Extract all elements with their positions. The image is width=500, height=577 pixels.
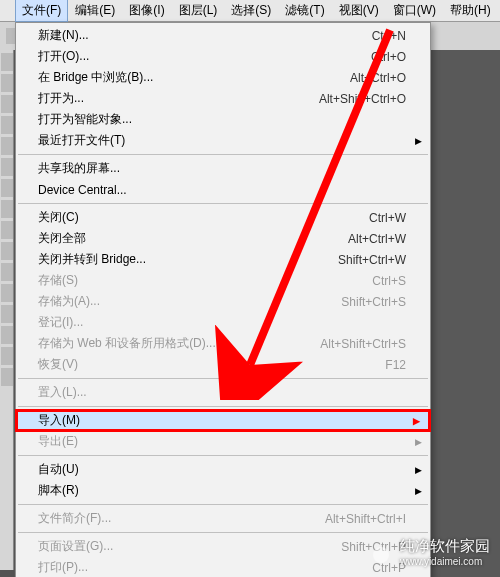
menu-item-shortcut: Ctrl+W xyxy=(369,211,406,225)
menu-item-label: 打印(P)... xyxy=(38,559,372,576)
menu-item[interactable]: 自动(U)▶ xyxy=(16,459,430,480)
menu-item-label: 打开为智能对象... xyxy=(38,111,406,128)
menu-item-label: 页面设置(G)... xyxy=(38,538,341,555)
tool-sidebar xyxy=(0,50,14,570)
submenu-arrow-icon: ▶ xyxy=(415,465,422,475)
menu-item[interactable]: 共享我的屏幕... xyxy=(16,158,430,179)
tool-slot[interactable] xyxy=(1,200,13,218)
menu-item: 恢复(V)F12 xyxy=(16,354,430,375)
menu-item-shortcut: F12 xyxy=(385,358,406,372)
menu-i[interactable]: 图像(I) xyxy=(122,0,171,22)
menu-item: 文件简介(F)...Alt+Shift+Ctrl+I xyxy=(16,508,430,529)
menu-l[interactable]: 图层(L) xyxy=(172,0,225,22)
tool-slot[interactable] xyxy=(1,263,13,281)
menu-t[interactable]: 滤镜(T) xyxy=(278,0,331,22)
menu-divider xyxy=(18,532,428,533)
menu-item[interactable]: 打开为...Alt+Shift+Ctrl+O xyxy=(16,88,430,109)
menu-item-shortcut: Alt+Ctrl+O xyxy=(350,71,406,85)
paw-icon xyxy=(366,537,396,567)
menu-item[interactable]: 导入(M)▶ xyxy=(16,410,430,431)
menu-item-label: 打开为... xyxy=(38,90,319,107)
menu-item-label: 在 Bridge 中浏览(B)... xyxy=(38,69,350,86)
menu-divider xyxy=(18,455,428,456)
menu-item: 存储为 Web 和设备所用格式(D)...Alt+Shift+Ctrl+S xyxy=(16,333,430,354)
tool-slot[interactable] xyxy=(1,158,13,176)
menu-item[interactable]: Device Central... xyxy=(16,179,430,200)
menu-item: 置入(L)... xyxy=(16,382,430,403)
submenu-arrow-icon: ▶ xyxy=(415,136,422,146)
menu-item-shortcut: Shift+Ctrl+S xyxy=(341,295,406,309)
menu-item: 登记(I)... xyxy=(16,312,430,333)
menu-item[interactable]: 关闭并转到 Bridge...Shift+Ctrl+W xyxy=(16,249,430,270)
watermark: 纯净软件家园 www.yidaimei.com xyxy=(366,537,490,567)
menu-item-shortcut: Alt+Shift+Ctrl+O xyxy=(319,92,406,106)
menu-item-shortcut: Alt+Shift+Ctrl+S xyxy=(320,337,406,351)
menu-item-label: 登记(I)... xyxy=(38,314,406,331)
watermark-url: www.yidaimei.com xyxy=(400,556,490,567)
tool-slot[interactable] xyxy=(1,95,13,113)
menu-item: 导出(E)▶ xyxy=(16,431,430,452)
menu-item[interactable]: 打开(O)...Ctrl+O xyxy=(16,46,430,67)
tool-slot[interactable] xyxy=(1,284,13,302)
menu-item-label: 置入(L)... xyxy=(38,384,406,401)
menu-item[interactable]: 新建(N)...Ctrl+N xyxy=(16,25,430,46)
tool-slot[interactable] xyxy=(1,179,13,197)
menu-item-shortcut: Alt+Shift+Ctrl+I xyxy=(325,512,406,526)
tool-slot[interactable] xyxy=(1,137,13,155)
file-menu-dropdown: 新建(N)...Ctrl+N打开(O)...Ctrl+O在 Bridge 中浏览… xyxy=(15,22,431,577)
menu-item-label: Device Central... xyxy=(38,183,406,197)
menu-item[interactable]: 关闭(C)Ctrl+W xyxy=(16,207,430,228)
menu-item-label: 导入(M) xyxy=(38,412,406,429)
menu-item-label: 存储为(A)... xyxy=(38,293,341,310)
tool-slot[interactable] xyxy=(1,326,13,344)
submenu-arrow-icon: ▶ xyxy=(413,416,420,426)
menu-item-label: 关闭(C) xyxy=(38,209,369,226)
menu-item-label: 关闭全部 xyxy=(38,230,348,247)
menu-v[interactable]: 视图(V) xyxy=(332,0,386,22)
submenu-arrow-icon: ▶ xyxy=(415,437,422,447)
menu-item-label: 自动(U) xyxy=(38,461,406,478)
menu-item-label: 导出(E) xyxy=(38,433,406,450)
menu-bar: 文件(F)编辑(E)图像(I)图层(L)选择(S)滤镜(T)视图(V)窗口(W)… xyxy=(0,0,500,22)
menu-item-label: 脚本(R) xyxy=(38,482,406,499)
menu-item[interactable]: 脚本(R)▶ xyxy=(16,480,430,501)
tool-slot[interactable] xyxy=(1,305,13,323)
menu-item[interactable]: 关闭全部Alt+Ctrl+W xyxy=(16,228,430,249)
menu-item: 存储为(A)...Shift+Ctrl+S xyxy=(16,291,430,312)
menu-item-label: 新建(N)... xyxy=(38,27,372,44)
menu-item[interactable]: 在 Bridge 中浏览(B)...Alt+Ctrl+O xyxy=(16,67,430,88)
menu-w[interactable]: 窗口(W) xyxy=(386,0,443,22)
menu-item: 存储(S)Ctrl+S xyxy=(16,270,430,291)
menu-divider xyxy=(18,203,428,204)
menu-item-label: 关闭并转到 Bridge... xyxy=(38,251,338,268)
tool-slot[interactable] xyxy=(1,368,13,386)
submenu-arrow-icon: ▶ xyxy=(415,486,422,496)
menu-item-label: 存储(S) xyxy=(38,272,372,289)
menu-h[interactable]: 帮助(H) xyxy=(443,0,498,22)
tool-slot[interactable] xyxy=(1,74,13,92)
menu-item[interactable]: 最近打开文件(T)▶ xyxy=(16,130,430,151)
menu-divider xyxy=(18,406,428,407)
menu-item-label: 最近打开文件(T) xyxy=(38,132,406,149)
menu-item-label: 恢复(V) xyxy=(38,356,385,373)
tool-slot[interactable] xyxy=(1,116,13,134)
menu-item-label: 共享我的屏幕... xyxy=(38,160,406,177)
menu-divider xyxy=(18,504,428,505)
menu-e[interactable]: 编辑(E) xyxy=(68,0,122,22)
menu-item-shortcut: Ctrl+N xyxy=(372,29,406,43)
menu-item-shortcut: Ctrl+S xyxy=(372,274,406,288)
menu-s[interactable]: 选择(S) xyxy=(224,0,278,22)
menu-divider xyxy=(18,378,428,379)
tool-slot[interactable] xyxy=(1,242,13,260)
menu-f[interactable]: 文件(F) xyxy=(15,0,68,22)
menu-item[interactable]: 打开为智能对象... xyxy=(16,109,430,130)
tool-slot[interactable] xyxy=(1,347,13,365)
menu-item-label: 打开(O)... xyxy=(38,48,371,65)
tool-slot[interactable] xyxy=(1,221,13,239)
watermark-title: 纯净软件家园 xyxy=(400,537,490,554)
tool-slot[interactable] xyxy=(1,53,13,71)
menu-item-shortcut: Shift+Ctrl+W xyxy=(338,253,406,267)
menu-item-shortcut: Ctrl+O xyxy=(371,50,406,64)
menu-divider xyxy=(18,154,428,155)
menu-item-shortcut: Alt+Ctrl+W xyxy=(348,232,406,246)
